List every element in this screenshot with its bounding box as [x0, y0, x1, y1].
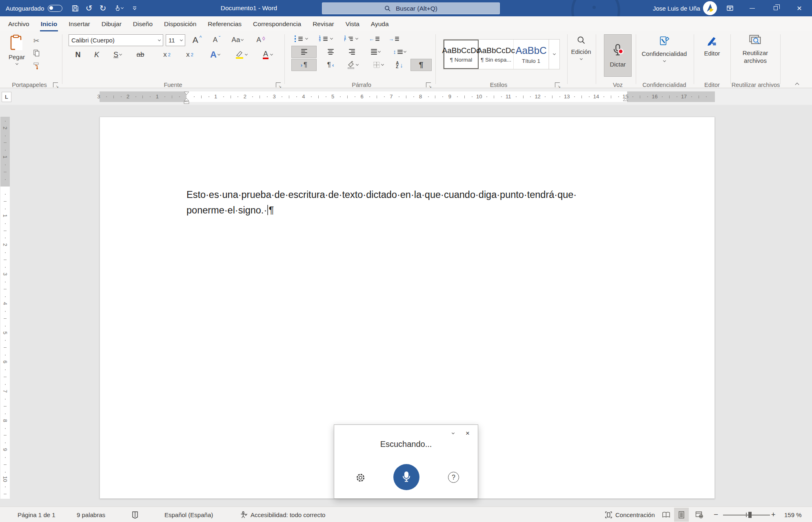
- font-color-button[interactable]: A: [257, 49, 277, 60]
- ltr-arrow-icon: ›: [301, 62, 302, 68]
- customize-qat-button[interactable]: [128, 0, 142, 16]
- search-box[interactable]: Buscar (Alt+Q): [322, 2, 500, 14]
- dictation-help-button[interactable]: ?: [448, 472, 459, 483]
- focus-mode-button[interactable]: Concentración: [605, 507, 655, 522]
- ruler-tick: [260, 96, 260, 98]
- dictate-button[interactable]: Dictar: [604, 34, 632, 77]
- format-painter-button[interactable]: [31, 60, 42, 70]
- paragraph-dialog-launcher[interactable]: [426, 82, 431, 87]
- grow-font-button[interactable]: A^: [190, 34, 204, 46]
- ribbon-display-options-button[interactable]: [721, 0, 739, 16]
- line-spacing-button[interactable]: ↕: [388, 46, 410, 58]
- superscript-button[interactable]: x2: [183, 49, 197, 60]
- bullets-button[interactable]: [292, 33, 310, 44]
- zoom-level-button[interactable]: 159 %: [784, 507, 802, 522]
- zoom-in-button[interactable]: +: [771, 507, 776, 522]
- tab-archivo[interactable]: Archivo: [2, 16, 35, 31]
- zoom-out-button[interactable]: −: [714, 507, 718, 522]
- show-marks-button[interactable]: ¶: [410, 59, 432, 71]
- copy-button[interactable]: [31, 48, 42, 58]
- collapse-ribbon-button[interactable]: [791, 80, 803, 88]
- highlight-button[interactable]: [231, 49, 251, 60]
- close-button[interactable]: ×: [791, 0, 808, 16]
- justify-button[interactable]: [365, 46, 386, 58]
- font-size-combo[interactable]: 11: [166, 34, 185, 46]
- ltr-direction-button[interactable]: ›¶: [291, 59, 317, 71]
- style-normal[interactable]: AaBbCcDc ¶ Normal: [444, 40, 479, 69]
- change-case-button[interactable]: Aa: [229, 34, 246, 46]
- editing-button[interactable]: Edición: [570, 36, 592, 60]
- tab-ayuda[interactable]: Ayuda: [365, 16, 395, 31]
- editor-button[interactable]: Editor: [699, 35, 725, 57]
- sort-button[interactable]: AZ ↓: [392, 59, 407, 71]
- document-text[interactable]: Esto·es·una·prueba·de·escritura·de·texto…: [186, 187, 577, 218]
- subscript-button[interactable]: x2: [160, 49, 174, 60]
- web-layout-button[interactable]: [692, 508, 707, 522]
- zoom-slider-thumb[interactable]: [748, 512, 752, 518]
- tab-vista[interactable]: Vista: [340, 16, 365, 31]
- proofing-status[interactable]: [131, 507, 139, 522]
- first-line-indent-marker[interactable]: [184, 91, 189, 95]
- touch-mode-button[interactable]: [110, 0, 128, 16]
- paste-button[interactable]: Pegar: [6, 34, 28, 64]
- shading-button[interactable]: [342, 59, 363, 71]
- word-count[interactable]: 9 palabras: [77, 507, 105, 522]
- dictation-settings-button[interactable]: [354, 471, 366, 484]
- align-left-button[interactable]: [291, 46, 317, 58]
- clear-formatting-button[interactable]: A◊: [254, 34, 268, 46]
- tab-inicio[interactable]: Inicio: [35, 16, 63, 31]
- strikethrough-button[interactable]: ab: [133, 49, 148, 60]
- increase-indent-button[interactable]: →: [387, 33, 401, 44]
- dialog-close-button[interactable]: ×: [462, 429, 473, 438]
- print-layout-button[interactable]: [674, 508, 689, 522]
- style-no-spacing[interactable]: AaBbCcDc ¶ Sin espa...: [479, 40, 514, 69]
- autosave-toggle[interactable]: [48, 5, 62, 12]
- tab-insertar[interactable]: Insertar: [63, 16, 96, 31]
- styles-gallery-more-button[interactable]: [549, 40, 559, 69]
- tab-revisar[interactable]: Revisar: [307, 16, 340, 31]
- zoom-slider-track[interactable]: [723, 515, 770, 515]
- page-indicator[interactable]: Página 1 de 1: [18, 507, 55, 522]
- tab-referencias[interactable]: Referencias: [202, 16, 247, 31]
- reuse-files-button[interactable]: Reutilizar archivos: [733, 34, 778, 64]
- borders-button[interactable]: [368, 59, 388, 71]
- bullets-lines: [298, 37, 303, 41]
- tab-dibujar[interactable]: Dibujar: [96, 16, 127, 31]
- restore-button[interactable]: [767, 0, 784, 16]
- undo-button[interactable]: ↺: [82, 0, 96, 16]
- tab-disposición[interactable]: Disposición: [158, 16, 202, 31]
- tab-diseño[interactable]: Diseño: [127, 16, 158, 31]
- confidentiality-button[interactable]: Confidencialidad: [637, 35, 691, 62]
- dictation-mic-button[interactable]: [393, 464, 419, 490]
- style-heading1[interactable]: AaBbC Título 1: [514, 40, 549, 69]
- text-effects-button[interactable]: A: [206, 49, 224, 60]
- numbering-button[interactable]: 123: [317, 33, 335, 44]
- accessibility-status[interactable]: Accesibilidad: todo correcto: [240, 507, 325, 522]
- multilevel-list-button[interactable]: 1ai: [342, 33, 360, 44]
- save-button[interactable]: [68, 0, 82, 16]
- redo-button[interactable]: ↻: [96, 0, 110, 16]
- font-dialog-launcher[interactable]: [276, 82, 281, 87]
- clipboard-dialog-launcher[interactable]: [53, 82, 58, 87]
- hanging-indent-marker[interactable]: [184, 98, 189, 104]
- vertical-ruler[interactable]: 2112345678910: [0, 105, 10, 506]
- italic-button[interactable]: K: [91, 49, 103, 60]
- dialog-minimize-button[interactable]: [448, 429, 458, 438]
- horizontal-ruler[interactable]: 3211234567891011121314151617: [0, 91, 812, 102]
- underline-button[interactable]: S: [109, 49, 126, 60]
- styles-dialog-launcher[interactable]: [555, 82, 560, 87]
- shrink-font-button[interactable]: Aˇ: [210, 34, 224, 46]
- avatar[interactable]: [703, 1, 717, 15]
- font-name-combo[interactable]: Calibri (Cuerpo): [69, 34, 163, 46]
- bold-button[interactable]: N: [72, 49, 84, 60]
- minimize-button[interactable]: [743, 0, 761, 16]
- align-center-button[interactable]: [322, 46, 339, 58]
- tab-correspondencia[interactable]: Correspondencia: [247, 16, 307, 31]
- decrease-indent-button[interactable]: ←: [367, 33, 381, 44]
- align-right-button[interactable]: [344, 46, 360, 58]
- cut-button[interactable]: ✂: [31, 36, 42, 46]
- read-mode-button[interactable]: [659, 508, 673, 522]
- language-indicator[interactable]: Español (España): [164, 507, 213, 522]
- right-indent-marker[interactable]: [623, 98, 628, 102]
- rtl-direction-button[interactable]: ¶‹: [322, 59, 339, 71]
